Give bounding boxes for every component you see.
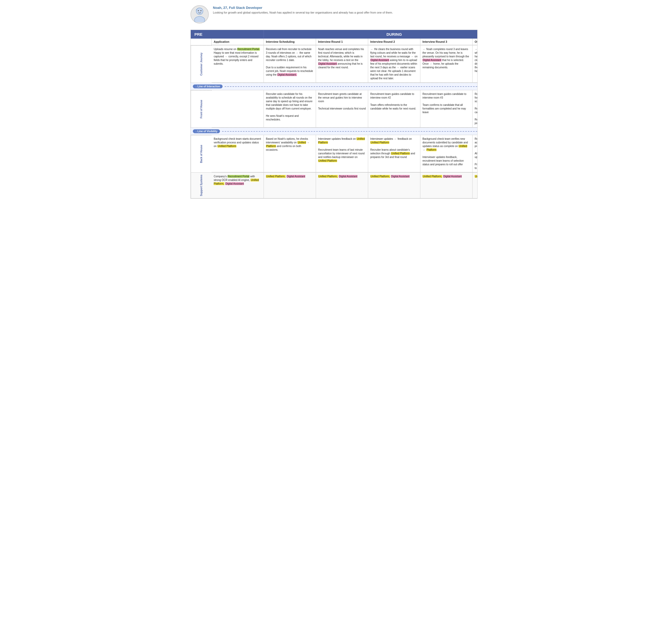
- col-header-scheduling: Interview Scheduling: [264, 38, 316, 45]
- unified-platform-highlight-3: Unified Platform: [318, 137, 365, 144]
- arrow-icon-3: →: [370, 47, 373, 51]
- arrow-icon-11: →: [394, 137, 396, 141]
- bh-round1: Interviewer updates feedback on Unified …: [316, 135, 368, 172]
- unified-platform-highlight-5: Unified Platform: [370, 141, 389, 144]
- col-header-application: Application: [212, 38, 264, 45]
- fh-offer: Recruiter shares offer, receives request…: [473, 90, 477, 127]
- persona-info: Noah, 27, Full Stack Developer Looking f…: [213, 5, 393, 15]
- line-of-visibility-divider: ↓ Line of Visibility: [191, 128, 477, 135]
- support-systems-label: Support Systems: [191, 173, 212, 198]
- front-house-row: Front of House Recruiter asks candidate …: [191, 90, 477, 128]
- phase-header: PRE DURING POST: [191, 30, 477, 38]
- digital-assistant-highlight-5: Digital Assistant: [225, 182, 244, 185]
- unified-platform-highlight-2b: Platform: [266, 145, 276, 147]
- recruitment-portal-highlight: Recruitment Portal.: [237, 48, 260, 51]
- cj-round3: → Noah completes round 3 and leaves the …: [420, 45, 473, 83]
- digital-assistant-highlight-9: Digital Assistant: [443, 175, 462, 178]
- line-of-interaction-divider: ↓ Line of Interaction: [191, 83, 477, 90]
- customer-journey-row: Customer Journey Uploads resume on Recru…: [191, 45, 477, 83]
- digital-assistant-highlight-6: Digital Assistant: [287, 175, 306, 178]
- persona-section: Noah, 27, Full Stack Developer Looking f…: [191, 5, 477, 23]
- col-header-round1: Interview Round 1: [316, 38, 368, 45]
- unified-platform-highlight-7: Unified: [458, 145, 467, 147]
- fh-scheduling: Recruiter asks candidate for his availab…: [264, 90, 316, 127]
- digital-assistant-highlight-4: Digital Assistant: [423, 59, 441, 62]
- digital-assistant-highlight-7: Digital Assistant: [339, 175, 358, 178]
- arrow-icon-6: →: [423, 47, 425, 51]
- fh-round2: Recruitment team guides candidate to int…: [368, 90, 420, 127]
- arrow-icon-12: →: [423, 148, 425, 152]
- back-house-label: Back of House: [191, 135, 212, 172]
- front-house-label: Front of House: [191, 90, 212, 127]
- unified-platform-highlight-11: Unified Platform,: [318, 175, 338, 178]
- col-header-round3: Interview Round 3: [420, 38, 473, 45]
- fh-application: [212, 90, 264, 127]
- persona-name: Noah, 27, Full Stack Developer: [213, 5, 393, 11]
- svg-point-3: [200, 10, 201, 11]
- digital-assistant-highlight-2: Digital Assistant: [318, 62, 337, 65]
- ss-offer: Unified Platform, Digital Assistant: [473, 173, 477, 198]
- fh-round3: Recruitment team guides candidate to int…: [420, 90, 473, 127]
- col-header-offer: Offer: [473, 38, 477, 45]
- ss-application: Company's Recruitment Portal with strong…: [212, 173, 264, 198]
- visibility-line: [222, 131, 477, 132]
- digital-assistant-highlight-1: Digital Assistant.: [277, 73, 297, 76]
- customer-journey-label: Customer Journey: [191, 45, 212, 83]
- bh-application: Background check team starts document ve…: [212, 135, 264, 172]
- journey-map: PRE DURING POST Application Interview Sc…: [191, 30, 477, 199]
- cj-offer: → 2 days later, he receives the offer wh…: [473, 45, 477, 83]
- unified-platform-highlight-1: Unified Platform: [217, 145, 237, 147]
- unified-platform-highlight-2: Unified: [298, 141, 306, 144]
- svg-point-2: [198, 10, 199, 11]
- ss-round1: Unified Platform, Digital Assistant: [316, 173, 368, 198]
- svg-point-1: [194, 16, 205, 22]
- arrow-icon-10: →: [307, 141, 309, 144]
- bh-offer: Recruiter processes candidate's offer ac…: [473, 135, 477, 172]
- arrow-icon-7: →: [429, 62, 432, 66]
- arrow-icon-4: →: [411, 55, 413, 58]
- cj-scheduling: Receives call from recruiter to schedule…: [264, 45, 316, 83]
- fh-round1: Recruitment team greets candidate at the…: [316, 90, 368, 127]
- digital-assistant-highlight-8: Digital Assistant: [391, 175, 410, 178]
- phase-pre: PRE: [191, 30, 264, 38]
- interaction-line: [225, 86, 477, 87]
- unified-platform-highlight-14: Unified Platform,: [475, 175, 477, 178]
- arrow-icon-2: →: [295, 51, 298, 55]
- phase-during: DURING: [264, 30, 477, 38]
- persona-avatar: [191, 5, 209, 23]
- ss-round2: Unified Platform, Digital Assistant: [368, 173, 420, 198]
- line-of-visibility-label: ↓ Line of Visibility: [193, 129, 220, 133]
- unified-platform-highlight-12: Unified Platform,: [370, 175, 390, 178]
- digital-assistant-highlight-3: Digital Assistant: [370, 59, 389, 62]
- bh-scheduling: Based on Noah's options, he checks inter…: [264, 135, 316, 172]
- unified-platform-highlight-7b: Platform: [426, 148, 437, 151]
- bh-round3: Background check team verifies new docum…: [420, 135, 473, 172]
- bh-round2: Interviewer updates → feedback on Unifie…: [368, 135, 420, 172]
- unified-platform-highlight-6: Unified Platform: [391, 152, 410, 155]
- arrow-icon-8: →: [475, 47, 477, 51]
- unified-platform-highlight-4: Unified Platform: [318, 159, 337, 162]
- back-house-row: Back of House Background check team star…: [191, 135, 477, 173]
- recruitment-portal-highlight-2: Recruitment Portal: [228, 175, 250, 178]
- col-header-empty: [191, 38, 212, 45]
- cj-application: Uploads resume on Recruitment Portal. Ha…: [212, 45, 264, 83]
- col-header-round2: Interview Round 2: [368, 38, 420, 45]
- line-of-interaction-label: ↓ Line of Interaction: [193, 84, 223, 89]
- col-headers: Application Interview Scheduling Intervi…: [191, 38, 477, 45]
- cj-round2: → He clears the business round with flyi…: [368, 45, 420, 83]
- page-wrapper: Noah, 27, Full Stack Developer Looking f…: [191, 5, 477, 199]
- ss-round3: Unified Platform, Digital Assistant: [420, 173, 473, 198]
- ss-scheduling: Unified Platform, Digital Assistant: [264, 173, 316, 198]
- unified-platform-highlight-10: Unified Platform,: [266, 175, 286, 178]
- arrow-icon-5: →: [397, 66, 399, 69]
- unified-platform-highlight-13: Unified Platform,: [423, 175, 442, 178]
- cj-round1: Noah reaches venue and completes his fir…: [316, 45, 368, 83]
- arrow-icon: →: [225, 55, 227, 58]
- persona-desc: Looking for growth and global opportunit…: [213, 11, 393, 15]
- support-systems-row: Support Systems Company's Recruitment Po…: [191, 173, 477, 199]
